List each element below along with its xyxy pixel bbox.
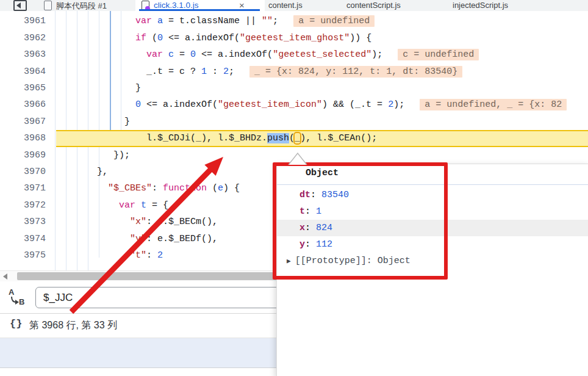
code-token: ( xyxy=(152,33,157,43)
code-line[interactable]: 3964 _.t = c ? 1 : 2;_ = {x: 824, y: 112… xyxy=(0,63,588,81)
pretty-print-icon[interactable]: {} xyxy=(10,318,22,330)
code-token: e xyxy=(218,183,223,193)
code-line[interactable]: 3962 if (0 <= a.indexOf("geetest_item_gh… xyxy=(0,30,588,47)
code-text: var a = t.className || "";a = undefined xyxy=(64,13,588,30)
line-number[interactable]: 3969 xyxy=(0,147,46,164)
scroll-left-arrow-icon[interactable] xyxy=(3,273,7,280)
code-token: <= a.indexOf( xyxy=(163,33,240,43)
code-token: "t" xyxy=(130,250,146,261)
code-token: ( xyxy=(207,183,218,193)
line-number[interactable]: 3968 xyxy=(0,130,46,147)
property-row[interactable]: x: 824 xyxy=(277,220,588,236)
object-preview-popup: Object dt: 83540t: 1x: 824y: 112 ▶[[Prot… xyxy=(276,164,588,376)
code-token: 0 xyxy=(190,49,196,60)
tab-content-js[interactable]: content.js xyxy=(268,1,303,10)
code-token: 2 xyxy=(388,99,393,110)
code-line[interactable]: 3961 var a = t.className || "";a = undef… xyxy=(0,13,588,30)
navigator-toggle-icon[interactable] xyxy=(13,0,27,11)
selected-token: push xyxy=(267,133,289,143)
inline-eval-annotation: c = undefined xyxy=(398,49,479,60)
tab-contentscript-js[interactable]: contentScript.js xyxy=(346,1,401,10)
code-line[interactable]: 3966 0 <= a.indexOf("geetest_item_icon")… xyxy=(0,96,588,114)
code-line[interactable]: 3965 } xyxy=(0,80,588,97)
property-value: 1 xyxy=(316,206,321,217)
code-line[interactable]: 3967 } xyxy=(0,114,588,131)
code-text: _.t = c ? 1 : 2;_ = {x: 824, y: 112, t: … xyxy=(64,63,588,81)
property-colon: : xyxy=(305,223,316,233)
code-text: 0 <= a.indexOf("geetest_item_icon") && (… xyxy=(64,96,588,114)
code-token: }, xyxy=(97,167,108,177)
prototype-row[interactable]: ▶[[Prototype]]: Object xyxy=(287,253,411,269)
popup-object-title: Object xyxy=(306,168,339,178)
property-key: y xyxy=(299,239,305,250)
tab-snippet[interactable]: 脚本代码段 #1 xyxy=(56,1,107,12)
line-number[interactable]: 3964 xyxy=(0,63,46,81)
code-token: if xyxy=(135,33,152,43)
code-token: "" xyxy=(262,16,273,26)
code-token: ( xyxy=(289,133,295,143)
svg-text:A: A xyxy=(9,287,15,297)
line-number[interactable]: 3972 xyxy=(0,197,46,214)
property-key: x xyxy=(299,223,305,233)
line-number[interactable]: 3961 xyxy=(0,13,46,30)
code-token: "$_CBEs" xyxy=(108,183,152,193)
property-row[interactable]: dt: 83540 xyxy=(277,187,588,203)
property-row[interactable]: y: 112 xyxy=(277,236,588,253)
code-text: } xyxy=(64,114,588,131)
code-token: function xyxy=(163,183,207,193)
code-token: 2 xyxy=(223,67,229,77)
line-number[interactable]: 3967 xyxy=(0,114,46,131)
line-number[interactable]: 3974 xyxy=(0,231,46,248)
tab-click-js[interactable]: click.3.1.0.js xyxy=(154,1,199,10)
code-token: 0 xyxy=(135,99,141,110)
code-token: = t.className || xyxy=(163,16,262,26)
code-text: l.$_CDJi(_), l.$_BHDz.push(_), l.$_CEAn(… xyxy=(64,131,588,146)
replace-ab-icon[interactable]: A B xyxy=(9,287,28,306)
property-value: 824 xyxy=(316,223,332,233)
code-token: } xyxy=(135,83,141,93)
code-token: } xyxy=(124,117,130,127)
code-token: t xyxy=(141,200,146,211)
code-token: ), l.$_CEAn(); xyxy=(300,133,377,143)
line-number[interactable]: 3975 xyxy=(0,247,46,264)
code-line[interactable]: 3963 var c = 0 <= a.indexOf("geetest_sel… xyxy=(0,46,588,63)
code-token: c xyxy=(168,49,174,60)
tab-injectedscript-js[interactable]: injectedScript.js xyxy=(453,1,508,10)
code-token: ); xyxy=(371,49,382,60)
line-number[interactable]: 3966 xyxy=(0,96,46,114)
property-key: dt xyxy=(299,190,310,200)
code-token: "geetest_selected" xyxy=(273,49,371,60)
popup-caret xyxy=(288,152,307,165)
code-token: var xyxy=(146,49,168,60)
code-token: : xyxy=(146,250,157,261)
code-token: 2 xyxy=(157,250,163,261)
code-token: ; xyxy=(229,67,234,77)
code-token: )) { xyxy=(350,33,371,43)
code-text: var c = 0 <= a.indexOf("geetest_selected… xyxy=(64,46,588,63)
code-token: <= a.indexOf( xyxy=(141,99,218,110)
prototype-label: [[Prototype]] xyxy=(295,256,367,266)
prototype-value: Object xyxy=(378,256,411,266)
code-text: } xyxy=(64,80,588,97)
line-number[interactable]: 3962 xyxy=(0,30,46,47)
inline-eval-annotation: a = undefined, _ = {x: 82 xyxy=(420,99,567,110)
property-row[interactable]: t: 1 xyxy=(277,203,588,220)
code-token: ; xyxy=(273,16,278,26)
code-token: : xyxy=(152,183,163,193)
code-token: : e.$_BECm(), xyxy=(146,217,218,227)
code-line[interactable]: 3968 l.$_CDJi(_), l.$_BHDz.push(_), l.$_… xyxy=(0,130,588,147)
line-number[interactable]: 3963 xyxy=(0,46,46,63)
property-value: 112 xyxy=(316,239,332,250)
line-number[interactable]: 3970 xyxy=(0,164,46,181)
expand-triangle-icon[interactable]: ▶ xyxy=(287,253,291,270)
line-number[interactable]: 3973 xyxy=(0,214,46,231)
property-colon: : xyxy=(310,190,321,200)
code-token: ) && (_.t = xyxy=(322,99,388,110)
code-token: var xyxy=(119,200,141,211)
code-token: }); xyxy=(113,150,130,161)
code-token: "y" xyxy=(130,234,146,244)
line-number[interactable]: 3965 xyxy=(0,80,46,97)
code-token: "geetest_item_icon" xyxy=(218,99,322,110)
line-number[interactable]: 3971 xyxy=(0,180,46,197)
popup-divider xyxy=(277,184,588,185)
